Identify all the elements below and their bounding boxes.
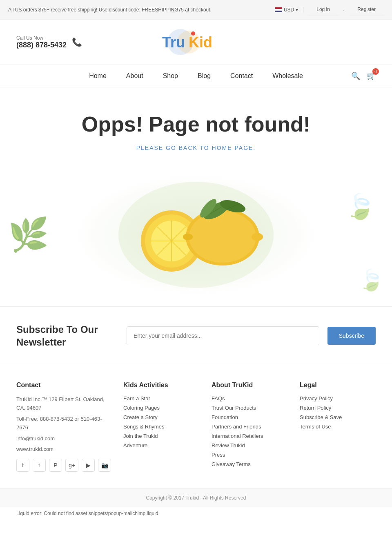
footer-link-terms[interactable]: Terms of Use: [300, 424, 376, 430]
footer-link-adventure[interactable]: Adventure: [123, 442, 199, 448]
footer-link-foundation[interactable]: Foundation: [212, 414, 287, 420]
svg-point-14: [189, 211, 256, 263]
phone-number[interactable]: (888) 878-5432: [16, 41, 67, 49]
footer-link-subscribe-save[interactable]: Subscribe & Save: [300, 414, 376, 420]
footer-link-story[interactable]: Create a Story: [123, 414, 199, 420]
pinterest-icon[interactable]: P: [49, 459, 62, 472]
svg-text:Tru: Tru: [162, 34, 185, 51]
lemon-illustration: 🌿: [8, 163, 384, 306]
footer-link-international[interactable]: International Retailers: [212, 433, 287, 439]
nav-icons: 🔍 🛒 0: [351, 71, 376, 80]
error-subtitle: PLEASE GO BACK TO HOME PAGE.: [8, 145, 384, 151]
search-icon[interactable]: 🔍: [351, 71, 360, 80]
top-banner-right: USD ▾ Log in · Register: [275, 3, 384, 16]
copyright-bar: Copyright © 2017 Trukid - All Rights Res…: [0, 488, 392, 507]
register-link[interactable]: Register: [349, 3, 384, 16]
instagram-icon[interactable]: 📷: [98, 459, 111, 472]
divider: [303, 7, 303, 13]
logo-svg: Tru Kid: [158, 28, 219, 56]
nav-wholesale[interactable]: Wholesale: [271, 69, 305, 83]
footer-legal-title: Legal: [300, 381, 376, 389]
error-section: Opps! Page not found! PLEASE GO BACK TO …: [0, 87, 392, 306]
nav-home[interactable]: Home: [87, 69, 108, 83]
footer-link-privacy[interactable]: Privacy Policy: [300, 395, 376, 402]
separator: ·: [343, 7, 344, 13]
nav-blog[interactable]: Blog: [196, 69, 212, 83]
svg-text:Kid: Kid: [189, 34, 212, 51]
footer-link-coloring[interactable]: Coloring Pages: [123, 405, 199, 411]
liquid-error: Liquid error: Could not find asset snipp…: [0, 507, 392, 520]
footer-website[interactable]: www.trukid.com: [16, 445, 111, 454]
newsletter-email-input[interactable]: [127, 326, 319, 345]
footer-address: TruKid Inc.™ 129 Filbert St. Oakland, CA…: [16, 395, 111, 413]
phone-icon: 📞: [71, 36, 83, 48]
svg-point-15: [252, 233, 263, 241]
footer-legal-section: Legal Privacy Policy Return Policy Subsc…: [300, 381, 376, 472]
logo-container[interactable]: Tru Kid: [83, 28, 294, 56]
header: Call Us Now (888) 878-5432 📞 Tru Kid: [0, 20, 392, 65]
currency-label: USD: [284, 7, 294, 13]
footer-kids-title: Kids Activities: [123, 381, 199, 389]
banner-message: All US orders $75+ receive free shipping…: [8, 7, 212, 13]
footer-link-press[interactable]: Press: [212, 452, 287, 458]
cart-icon[interactable]: 🛒 0: [367, 71, 376, 80]
currency-selector[interactable]: USD ▾: [275, 7, 298, 13]
svg-point-16: [183, 234, 193, 240]
footer: Contact TruKid Inc.™ 129 Filbert St. Oak…: [0, 365, 392, 488]
call-now-label: Call Us Now: [16, 35, 67, 41]
header-contact: Call Us Now (888) 878-5432 📞: [16, 35, 83, 49]
login-link[interactable]: Log in: [308, 3, 338, 16]
footer-link-partners[interactable]: Partners and Friends: [212, 424, 287, 430]
footer-link-songs[interactable]: Songs & Rhymes: [123, 424, 199, 430]
top-banner: All US orders $75+ receive free shipping…: [0, 0, 392, 20]
leaf-right-bottom-icon: 🍃: [359, 268, 384, 292]
error-title: Opps! Page not found!: [8, 112, 384, 136]
footer-contact-title: Contact: [16, 381, 111, 389]
footer-link-trust[interactable]: Trust Our Products: [212, 405, 287, 411]
footer-about-title: About TruKid: [212, 381, 287, 389]
footer-contact-section: Contact TruKid Inc.™ 129 Filbert St. Oak…: [16, 381, 111, 472]
leaf-left-icon: 🌿: [8, 216, 49, 254]
newsletter-section: Subscribe To Our Newsletter Subscribe: [0, 306, 392, 365]
facebook-icon[interactable]: f: [16, 459, 29, 472]
phone-info: Call Us Now (888) 878-5432: [16, 35, 67, 49]
footer-link-join[interactable]: Join the Trukid: [123, 433, 199, 439]
footer-link-giveaway[interactable]: Giveaway Terms: [212, 461, 287, 467]
youtube-icon[interactable]: ▶: [82, 459, 95, 472]
nav-shop[interactable]: Shop: [161, 69, 180, 83]
nav-about[interactable]: About: [125, 69, 145, 83]
footer-link-return[interactable]: Return Policy: [300, 405, 376, 411]
lemon-svg: [114, 170, 278, 300]
nav-contact[interactable]: Contact: [229, 69, 254, 83]
copyright-text: Copyright © 2017 Trukid - All Rights Res…: [146, 495, 246, 501]
google-plus-icon[interactable]: g+: [65, 459, 78, 472]
footer-tollfree: Toll-Free: 888-878-5432 or 510-463-2676: [16, 415, 111, 432]
liquid-error-text: Liquid error: Could not find asset snipp…: [16, 511, 158, 516]
footer-link-review[interactable]: Review Trukid: [212, 442, 287, 448]
newsletter-title: Subscribe To Our Newsletter: [16, 323, 118, 348]
currency-chevron: ▾: [296, 7, 298, 13]
newsletter-subscribe-button[interactable]: Subscribe: [327, 327, 376, 345]
footer-link-faqs[interactable]: FAQs: [212, 395, 287, 402]
social-icons: f t P g+ ▶ 📷: [16, 459, 111, 472]
logo[interactable]: Tru Kid: [158, 28, 219, 56]
svg-point-4: [191, 31, 195, 36]
home-link[interactable]: PLEASE GO BACK TO HOME PAGE.: [136, 145, 256, 151]
leaf-right-top-icon: 🍃: [345, 192, 376, 221]
flag-icon: [275, 7, 282, 12]
twitter-icon[interactable]: t: [33, 459, 46, 472]
navbar: Home About Shop Blog Contact Wholesale 🔍…: [0, 65, 392, 87]
footer-about-section: About TruKid FAQs Trust Our Products Fou…: [212, 381, 287, 472]
cart-badge: 0: [372, 68, 379, 75]
footer-link-earn-star[interactable]: Earn a Star: [123, 395, 199, 402]
footer-email[interactable]: info@trukid.com: [16, 435, 111, 443]
footer-kids-activities-section: Kids Activities Earn a Star Coloring Pag…: [123, 381, 199, 472]
